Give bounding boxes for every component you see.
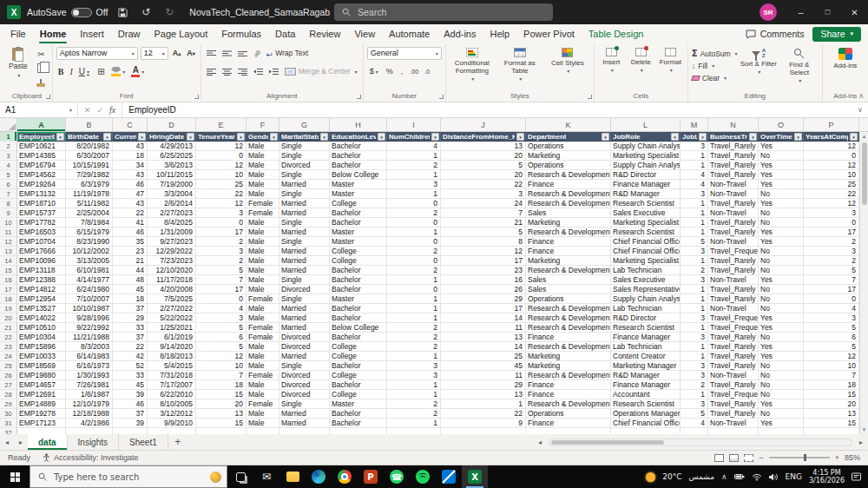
row-header-7[interactable]: 7	[0, 189, 17, 199]
cell-E8[interactable]: 12	[196, 199, 247, 208]
cell-C15[interactable]: 44	[113, 266, 148, 275]
cell-A12[interactable]: EMP10704	[17, 237, 66, 247]
document-title[interactable]: NovaTech_Cleaned_SamaaRagab	[189, 7, 338, 17]
cell-I16[interactable]: 1	[387, 275, 441, 285]
cell-P26[interactable]: 7	[804, 371, 859, 380]
cell-O32[interactable]	[759, 428, 804, 434]
cell-M29[interactable]: 3	[681, 399, 708, 409]
align-right-button[interactable]	[236, 65, 249, 78]
cell-N2[interactable]: Travel_Rarely	[708, 142, 759, 151]
cell-K6[interactable]: Finance	[526, 180, 611, 189]
sheet-tab-insights[interactable]: Insights	[68, 434, 119, 450]
cell-J25[interactable]: 45	[441, 361, 526, 371]
cell-E17[interactable]: 17	[196, 285, 247, 294]
row-header-24[interactable]: 24	[0, 352, 17, 361]
cell-E16[interactable]: 7	[196, 275, 247, 285]
italic-button[interactable]: I	[68, 65, 74, 78]
cell-G13[interactable]: Married	[279, 247, 330, 256]
column-header-F[interactable]: F	[247, 118, 279, 131]
vertical-scroll-thumb[interactable]	[862, 142, 867, 205]
cell-F5[interactable]: Male	[247, 170, 279, 180]
cell-M31[interactable]: 4	[681, 419, 708, 428]
cell-F9[interactable]: Female	[247, 208, 279, 218]
cell-K19[interactable]: Research & Development	[526, 304, 611, 313]
cell-C30[interactable]: 37	[113, 409, 148, 419]
cell-G12[interactable]: Single	[279, 237, 330, 247]
cell-K28[interactable]: Finance	[526, 390, 611, 399]
cell-B31[interactable]: 4/2/1986	[66, 419, 113, 428]
filter-button-businesstravel[interactable]: ▾	[749, 133, 757, 141]
ribbon-tab-power-pivot[interactable]: Power Pivot	[516, 24, 582, 43]
cell-B17[interactable]: 6/24/1980	[66, 285, 113, 294]
cell-H20[interactable]: Bachelor	[330, 313, 387, 323]
cell-P7[interactable]: 22	[804, 189, 859, 199]
wifi-icon[interactable]	[752, 473, 762, 481]
cell-L21[interactable]: Research Scientist	[611, 323, 681, 333]
cell-N29[interactable]: Travel_Rarely	[708, 399, 759, 409]
cell-J11[interactable]: 5	[441, 228, 526, 237]
cell-G32[interactable]	[279, 428, 330, 434]
cell-B15[interactable]: 6/10/1981	[66, 266, 113, 275]
copy-button[interactable]	[34, 62, 49, 75]
decrease-decimal-button[interactable]: .0	[423, 69, 431, 75]
cell-C12[interactable]: 35	[113, 237, 148, 247]
autosum-button[interactable]: AutoSum	[692, 48, 737, 59]
cell-F18[interactable]: Female	[247, 294, 279, 304]
cell-I19[interactable]: 1	[387, 304, 441, 313]
cell-O9[interactable]: No	[759, 208, 804, 218]
cell-H23[interactable]: College	[330, 342, 387, 352]
cell-A32[interactable]	[17, 428, 66, 434]
cell-O4[interactable]: Yes	[759, 161, 804, 170]
increase-font-button[interactable]: A▴	[171, 47, 183, 60]
cell-O24[interactable]: Yes	[759, 352, 804, 361]
decrease-font-button[interactable]: A▾	[185, 47, 197, 60]
cell-A26[interactable]: EMP19880	[17, 371, 66, 380]
cell-F30[interactable]: Male	[247, 409, 279, 419]
row-header-6[interactable]: 6	[0, 180, 17, 189]
filter-button-currentage[interactable]: ▾	[138, 133, 146, 141]
cell-L2[interactable]: Supply Chain Analyst	[611, 142, 681, 151]
cell-L13[interactable]: Chief Financial Officer	[611, 247, 681, 256]
cell-N19[interactable]: Non-Travel	[708, 304, 759, 313]
cell-K3[interactable]: Marketing	[526, 151, 611, 161]
cell-F17[interactable]: Male	[247, 285, 279, 294]
column-header-I[interactable]: I	[387, 118, 441, 131]
language-indicator[interactable]: ENG	[786, 472, 802, 481]
autosave-toggle[interactable]: AutoSave Off	[27, 7, 108, 17]
cell-H32[interactable]	[330, 428, 387, 434]
taskbar-search[interactable]: Type here to search	[30, 465, 227, 488]
column-header-E[interactable]: E	[196, 118, 247, 131]
cell-K26[interactable]: Research & Development	[526, 371, 611, 380]
cell-M30[interactable]: 5	[681, 409, 708, 419]
cell-E21[interactable]: 5	[196, 323, 247, 333]
redo-button[interactable]: ↻	[161, 6, 178, 18]
cell-H21[interactable]: Below College	[330, 323, 387, 333]
cell-P27[interactable]: 18	[804, 380, 859, 390]
cell-J27[interactable]: 29	[441, 380, 526, 390]
collapse-ribbon-button[interactable]	[858, 92, 864, 100]
cell-I28[interactable]: 1	[387, 390, 441, 399]
cell-L12[interactable]: Chief Financial Officer	[611, 237, 681, 247]
cell-B28[interactable]: 1/6/1987	[66, 390, 113, 399]
row-header-29[interactable]: 29	[0, 399, 17, 409]
cell-O6[interactable]: Yes	[759, 180, 804, 189]
cell-M17[interactable]: 1	[681, 285, 708, 294]
row-header-9[interactable]: 9	[0, 208, 17, 218]
cell-P15[interactable]: 5	[804, 266, 859, 275]
cell-E28[interactable]: 15	[196, 390, 247, 399]
row-header-28[interactable]: 28	[0, 390, 17, 399]
ribbon-tab-formulas[interactable]: Formulas	[214, 24, 268, 43]
cell-E9[interactable]: 3	[196, 208, 247, 218]
cell-O17[interactable]: No	[759, 285, 804, 294]
cell-H28[interactable]: College	[330, 390, 387, 399]
cell-L8[interactable]: Research Scientist	[611, 199, 681, 208]
cell-E4[interactable]: 12	[196, 161, 247, 170]
taskbar-app-whatsapp[interactable]: ☎	[384, 465, 410, 488]
taskbar-app-task-view[interactable]	[227, 465, 253, 488]
cell-H18[interactable]: Master	[330, 294, 387, 304]
cell-D24[interactable]: 8/18/2013	[148, 352, 196, 361]
cell-I27[interactable]: 1	[387, 380, 441, 390]
cell-H11[interactable]: Master	[330, 228, 387, 237]
cell-H27[interactable]: Bachelor	[330, 380, 387, 390]
search-box[interactable]: Search	[334, 3, 553, 21]
